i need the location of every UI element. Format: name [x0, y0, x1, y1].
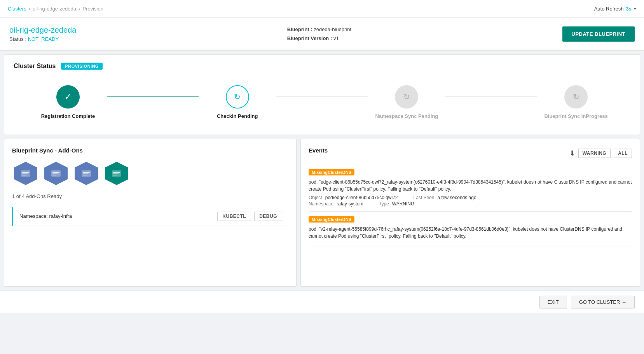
auto-refresh-dropdown-icon[interactable]: ▾ [634, 6, 636, 11]
section-title-row: Cluster Status PROVISIONING [14, 63, 630, 70]
event-description-2: pod: "v2-relay-agent-55585f899d-76rhc_ra… [309, 226, 632, 240]
addon-hex-4 [103, 160, 130, 187]
svg-rect-6 [52, 173, 58, 174]
event-type-value-1: WARNING [392, 201, 415, 207]
addon-hex-2 [42, 160, 70, 187]
event-badge-1: MissingClusterDNS [309, 169, 354, 175]
event-last-seen-value-1: a few seconds ago [438, 195, 476, 200]
breadcrumb-sep1: › [29, 6, 30, 12]
svg-rect-5 [52, 172, 59, 173]
bottom-panels: Blueprint Sync - Add-Ons [4, 139, 640, 287]
step-circle-registration: ✓ [56, 85, 80, 109]
addon-hex-icon-4 [105, 162, 128, 185]
svg-rect-9 [83, 172, 90, 173]
event-namespace-1: Namespace rafay-system [309, 201, 363, 207]
filter-warning-button[interactable]: WARNING [578, 149, 611, 158]
events-list: MissingClusterDNS pod: "edge-client-86b5… [309, 165, 632, 247]
namespace-label: Namespace: rafay-infra [19, 213, 72, 219]
event-type-label-1: Type [379, 201, 389, 207]
event-badge-2: MissingClusterDNS [309, 216, 354, 223]
update-blueprint-button[interactable]: UPDATE BLUEPRINT [562, 26, 635, 42]
event-meta-1: Object pod/edge-client-86b55d75cc-qwl72 … [309, 195, 632, 200]
namespace-bar: Namespace: rafay-infra KUBECTL DEBUG [12, 207, 288, 226]
cluster-status-section: Cluster Status PROVISIONING ✓ Registrati… [4, 54, 640, 135]
step-circle-checkin: ↻ [226, 85, 249, 109]
blueprint-label: Blueprint : [287, 26, 312, 32]
addon-hex-icon-2 [44, 162, 68, 185]
addon-count-text: 1 of 4 Add-Ons Ready [12, 193, 288, 199]
steps-container: ✓ Registration Complete ↻ CheckIn Pendin… [14, 81, 630, 123]
status-label: Status : [9, 36, 26, 42]
debug-button[interactable]: DEBUG [254, 212, 282, 221]
event-item-1: MissingClusterDNS pod: "edge-client-86b5… [309, 165, 632, 212]
status-badge: NOT_READY [28, 36, 59, 42]
step-connector-2 [276, 96, 368, 97]
blueprint-version-value: v1 [333, 35, 339, 41]
step-label-checkin: CheckIn Pending [217, 113, 258, 119]
event-last-seen-label-1: Last Seen [414, 195, 435, 200]
event-object-1: Object pod/edge-client-86b55d75cc-qwl72 [309, 195, 398, 200]
events-panel: Events ⬇ WARNING ALL MissingClusterDNS p… [300, 139, 640, 287]
svg-rect-7 [52, 175, 56, 175]
events-header: Events ⬇ WARNING ALL [309, 147, 632, 160]
step-namespace-sync: ↻ Namespace Sync Pending [368, 85, 445, 119]
addon-hex-icon-1 [14, 162, 37, 185]
breadcrumb-sep2: › [79, 6, 80, 12]
status-row: Status : NOT_READY [9, 36, 76, 42]
events-title: Events [309, 147, 328, 154]
breadcrumb: Clusters › oil-rig-edge-zededa › Provisi… [8, 6, 103, 12]
cluster-name-heading: oil-rig-edge-zededa [9, 26, 76, 35]
breadcrumb-clusters[interactable]: Clusters [8, 6, 26, 12]
hexagons-row [12, 160, 288, 187]
blueprint-version-label: Blueprint Version : [287, 35, 332, 41]
addon-hex-1 [12, 160, 39, 187]
cluster-info: oil-rig-edge-zededa Status : NOT_READY [9, 26, 76, 42]
blueprint-value: zededa-blueprint [314, 26, 351, 32]
step-connector-3 [445, 96, 537, 97]
blueprint-version-row: Blueprint Version : v1 [287, 34, 351, 43]
svg-rect-2 [22, 173, 28, 174]
step-label-registration: Registration Complete [41, 113, 95, 119]
blueprint-sync-title: Blueprint Sync - Add-Ons [12, 147, 288, 154]
svg-rect-15 [113, 175, 117, 175]
event-top-1: MissingClusterDNS pod: "edge-client-86b5… [309, 169, 632, 193]
event-namespace-label-1: Namespace [309, 201, 333, 207]
auto-refresh-control[interactable]: Auto Refresh 3s ▾ [594, 6, 636, 12]
step-registration: ✓ Registration Complete [29, 85, 107, 119]
exit-button[interactable]: EXIT [539, 296, 567, 308]
breadcrumb-cluster-name: oil-rig-edge-zededa [33, 6, 76, 12]
event-meta-2-row: Namespace rafay-system Type WARNING [309, 201, 632, 207]
blueprint-sync-panel: Blueprint Sync - Add-Ons [4, 139, 297, 287]
event-last-seen-1: Last Seen a few seconds ago [414, 195, 476, 200]
svg-rect-13 [113, 172, 120, 173]
auto-refresh-value: 3s [626, 6, 632, 12]
event-namespace-value-1: rafay-system [337, 201, 363, 207]
event-object-value-1: pod/edge-client-86b55d75cc-qwl72 [325, 195, 398, 200]
event-top-2: MissingClusterDNS pod: "v2-relay-agent-5… [309, 216, 632, 240]
svg-rect-10 [83, 173, 88, 174]
step-connector-1 [107, 96, 199, 97]
blueprint-info: Blueprint : zededa-blueprint Blueprint V… [287, 25, 351, 43]
footer-bar: EXIT GO TO CLUSTER → [0, 291, 644, 313]
svg-rect-1 [22, 172, 29, 173]
svg-rect-3 [22, 175, 26, 175]
kubectl-button[interactable]: KUBECTL [217, 212, 251, 221]
filter-all-button[interactable]: ALL [614, 149, 632, 158]
blueprint-name-row: Blueprint : zededa-blueprint [287, 25, 351, 34]
svg-rect-11 [83, 175, 87, 175]
addon-hex-3 [73, 160, 100, 187]
step-blueprint-sync: ↻ Blueprint Sync InProgress [537, 85, 615, 119]
top-bar: Clusters › oil-rig-edge-zededa › Provisi… [0, 0, 644, 18]
download-icon[interactable]: ⬇ [569, 149, 575, 158]
step-circle-blueprint: ↻ [564, 85, 588, 109]
auto-refresh-label: Auto Refresh [594, 6, 624, 12]
event-object-label-1: Object [309, 195, 322, 200]
step-label-blueprint-sync: Blueprint Sync InProgress [544, 113, 607, 119]
events-filters: ⬇ WARNING ALL [569, 149, 632, 158]
header-card: oil-rig-edge-zededa Status : NOT_READY B… [0, 18, 644, 51]
go-to-cluster-button[interactable]: GO TO CLUSTER → [571, 296, 635, 308]
provisioning-badge: PROVISIONING [61, 63, 103, 70]
cluster-status-title: Cluster Status [14, 63, 56, 70]
step-checkin: ↻ CheckIn Pending [199, 85, 276, 119]
event-description-1: pod: "edge-client-86b55d75cc-qwl72_rafay… [309, 179, 632, 193]
